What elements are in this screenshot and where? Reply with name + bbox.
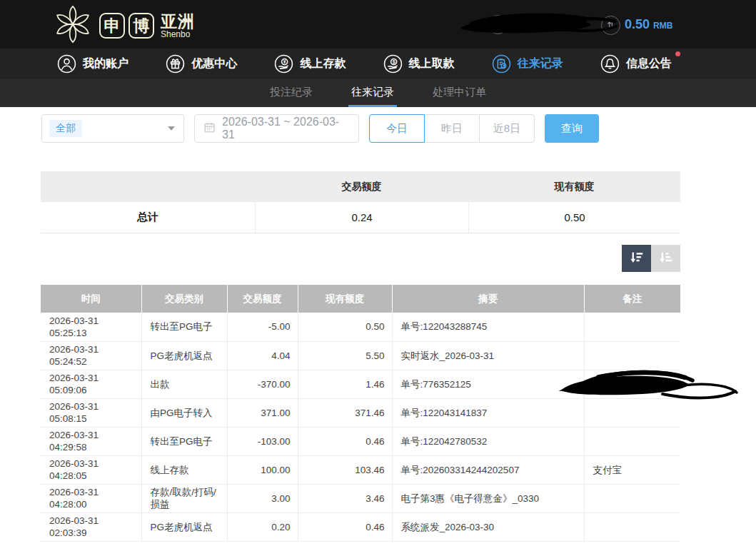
summary-header-balance: 现有额度 — [468, 181, 680, 193]
cell-balance: 1.46 — [298, 370, 392, 398]
gift-icon — [166, 54, 185, 74]
cell-note — [584, 313, 680, 341]
logo-region: 亚洲 Shenbo — [161, 13, 195, 39]
nav-label: 我的账户 — [83, 56, 128, 71]
cell-summary: 单号:122042780532 — [392, 427, 584, 455]
logo-char-shen: 申 — [99, 13, 125, 39]
nav-item-online-withdrawal[interactable]: $ 线上取款 — [383, 54, 455, 74]
redaction-scribble-table — [555, 368, 738, 405]
redaction-scribble-top — [459, 12, 618, 39]
balance-currency: RMB — [653, 21, 672, 31]
cell-summary: 单号:202603314244202507 — [392, 455, 584, 484]
cell-balance: 0.46 — [298, 512, 392, 541]
cell-type: 存款/取款/打码/损益 — [141, 484, 227, 512]
nav-item-announcements[interactable]: 信息公告 — [600, 54, 672, 74]
withdraw-icon: $ — [383, 54, 403, 74]
date-range-input[interactable]: 2026-03-31 ~ 2026-03-31 — [194, 114, 359, 143]
tab-transaction-records[interactable]: 往来记录 — [348, 79, 397, 107]
table-row: 2026-03-31 02:03:39 PG老虎机返点 0.20 0.46 系统… — [41, 512, 680, 541]
filter-bar: 全部 2026-03-31 ~ 2026-03-31 今日 昨日 近8日 查询 — [41, 114, 756, 143]
sort-controls — [0, 245, 680, 272]
cell-amount: 4.04 — [227, 341, 298, 370]
cell-time: 2026-03-31 05:24:52 — [41, 341, 141, 370]
transaction-type-select[interactable]: 全部 — [41, 114, 184, 143]
cell-time: 2026-03-31 04:28:05 — [41, 455, 141, 484]
svg-text:$: $ — [392, 59, 395, 65]
cell-time: 2026-03-31 05:08:15 — [41, 398, 141, 427]
cell-type: 出款 — [141, 370, 227, 398]
logo-region-en: Shenbo — [161, 30, 195, 39]
cell-amount: 371.00 — [227, 398, 298, 427]
logo-region-cn: 亚洲 — [161, 13, 195, 30]
sort-descending-button[interactable] — [622, 245, 651, 272]
nav-item-my-account[interactable]: 我的账户 — [57, 54, 128, 74]
lotus-flower-icon — [51, 3, 94, 49]
cell-type: 由PG电子转入 — [141, 398, 227, 427]
cell-time: 2026-03-31 05:09:06 — [41, 370, 141, 398]
transaction-records-page: 申 博 亚洲 Shenbo ⇅ 0.50 RMB — [0, 0, 756, 556]
svg-text:¥: ¥ — [283, 59, 286, 64]
col-header-amount: 交易额度 — [227, 285, 298, 313]
today-button[interactable]: 今日 — [369, 114, 425, 143]
cell-summary: 单号:122043288745 — [392, 313, 584, 341]
balance-amount: 0.50 — [625, 17, 650, 32]
nav-item-transaction-records[interactable]: 往来记录 — [492, 54, 563, 74]
notification-badge — [675, 51, 680, 56]
cell-balance: 3.46 — [298, 484, 392, 512]
deposit-icon: ¥ — [274, 54, 293, 74]
table-row: 2026-03-31 04:29:58 转出至PG电子 -103.00 0.46… — [41, 427, 680, 455]
cell-note: 支付宝 — [584, 455, 680, 484]
yesterday-button[interactable]: 昨日 — [424, 114, 480, 143]
nav-item-promotions[interactable]: 优惠中心 — [166, 54, 237, 74]
cell-note — [584, 512, 680, 541]
search-button[interactable]: 查询 — [545, 114, 599, 143]
cell-type: 线上存款 — [141, 455, 227, 484]
nav-label: 信息公告 — [626, 56, 672, 71]
col-header-balance: 现有额度 — [298, 285, 392, 313]
bell-icon — [600, 54, 620, 74]
chevron-down-icon — [168, 126, 175, 131]
nav-item-online-deposit[interactable]: ¥ 线上存款 — [274, 54, 346, 74]
cell-summary: 实时返水_2026-03-31 — [392, 341, 584, 370]
cell-amount: 0.20 — [227, 512, 298, 541]
records-table: 时间 交易类别 交易额度 现有额度 摘要 备注 2026-03-31 05:25… — [41, 285, 680, 542]
cell-time: 2026-03-31 04:28:00 — [41, 484, 141, 512]
cell-type: PG老虎机返点 — [141, 341, 227, 370]
table-row: 2026-03-31 04:28:00 存款/取款/打码/损益 3.00 3.4… — [41, 484, 680, 512]
col-header-time: 时间 — [41, 285, 141, 313]
summary-total-label: 总计 — [41, 211, 255, 224]
cell-amount: 100.00 — [227, 455, 298, 484]
records-icon — [492, 54, 511, 74]
sort-ascending-icon — [658, 250, 674, 268]
col-header-note: 备注 — [584, 285, 680, 313]
tab-betting-records[interactable]: 投注纪录 — [267, 79, 316, 107]
selected-type-tag: 全部 — [49, 120, 82, 137]
cell-time: 2026-03-31 04:29:58 — [41, 427, 141, 455]
nav-label: 优惠中心 — [191, 56, 237, 71]
cell-balance: 0.50 — [298, 313, 392, 341]
cell-balance: 371.46 — [298, 398, 392, 427]
user-icon — [57, 54, 76, 74]
col-header-type: 交易类别 — [141, 285, 227, 313]
summary-total-balance: 0.50 — [468, 202, 680, 233]
last-8-days-button[interactable]: 近8日 — [479, 114, 535, 143]
cell-time: 2026-03-31 05:25:13 — [41, 313, 141, 341]
col-header-summary: 摘要 — [392, 285, 584, 313]
sort-ascending-button[interactable] — [651, 245, 680, 272]
table-row: 2026-03-31 05:24:52 PG老虎机返点 4.04 5.50 实时… — [41, 341, 680, 370]
summary-header-transaction: 交易额度 — [255, 181, 468, 193]
calendar-icon — [203, 121, 216, 136]
cell-note — [584, 484, 680, 512]
tab-pending-orders[interactable]: 处理中订单 — [430, 79, 489, 107]
summary-total-row: 总计 0.24 0.50 — [41, 202, 680, 233]
logo-characters: 申 博 — [99, 13, 154, 39]
nav-label: 往来记录 — [518, 56, 563, 71]
top-header: 申 博 亚洲 Shenbo ⇅ 0.50 RMB — [0, 0, 756, 49]
cell-balance: 103.46 — [298, 455, 392, 484]
brand-logo[interactable]: 申 博 亚洲 Shenbo — [51, 3, 195, 49]
cell-amount: -370.00 — [227, 370, 298, 398]
cell-balance: 5.50 — [298, 341, 392, 370]
cell-summary: 系统派发_2026-03-30 — [392, 512, 584, 541]
table-row: 2026-03-31 05:25:13 转出至PG电子 -5.00 0.50 单… — [41, 313, 680, 341]
cell-note — [584, 427, 680, 455]
